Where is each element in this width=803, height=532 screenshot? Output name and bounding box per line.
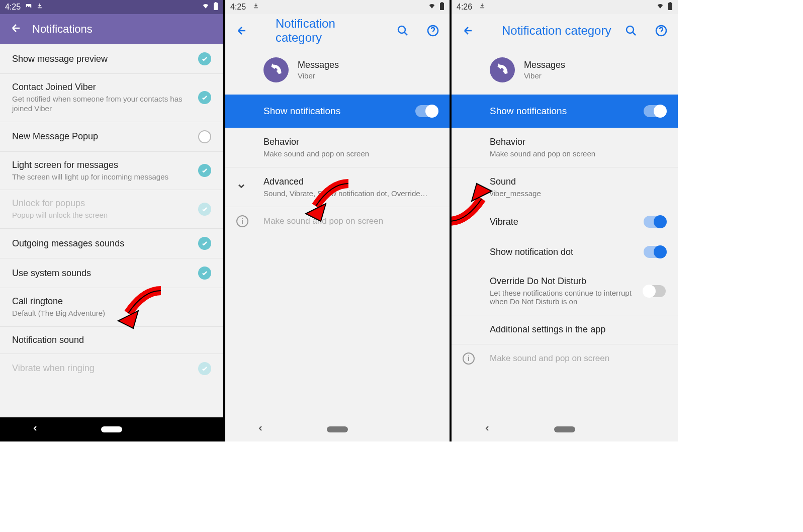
row-title: Notification sound (12, 335, 211, 345)
back-icon[interactable] (10, 22, 22, 36)
row-title: Contact Joined Viber (12, 82, 192, 93)
row-title: Override Do Not Disturb (490, 276, 644, 287)
nav-home-icon[interactable] (327, 426, 348, 432)
row-notification-sound[interactable]: Notification sound (0, 327, 223, 354)
row-show-dot[interactable]: Show notification dot (452, 237, 678, 267)
toggle-switch[interactable] (644, 285, 666, 297)
row-use-system-sounds[interactable]: Use system sounds (0, 258, 223, 288)
row-advanced[interactable]: Advanced Sound, Vibrate, Show notificati… (225, 167, 450, 207)
row-title: Use system sounds (12, 268, 192, 279)
page-title: Notifications (32, 23, 93, 36)
app-info-header[interactable]: Messages Viber (452, 47, 678, 95)
search-icon[interactable] (620, 20, 642, 41)
row-title: New Message Popup (12, 131, 192, 142)
checkmark-icon[interactable] (198, 237, 211, 250)
nav-bar (452, 417, 678, 441)
row-contact-joined[interactable]: Contact Joined Viber Get notified when s… (0, 74, 223, 122)
nav-back-icon[interactable] (483, 424, 491, 434)
status-time: 4:25 (5, 3, 21, 12)
toggle-switch[interactable] (415, 105, 437, 117)
help-icon[interactable] (651, 20, 672, 41)
back-icon[interactable] (458, 20, 479, 41)
svg-point-6 (398, 26, 405, 33)
help-icon[interactable] (422, 20, 443, 41)
row-call-ringtone[interactable]: Call ringtone Default (The Big Adventure… (0, 288, 223, 327)
row-sound[interactable]: Sound viber_message (452, 167, 678, 207)
toggle-switch[interactable] (644, 246, 666, 258)
app-name: Messages (298, 60, 339, 70)
app-vendor: Viber (298, 71, 339, 80)
panel-notification-category-expanded: 4:26 Notification category Messages Vib (452, 0, 678, 441)
row-title: Behavior (263, 137, 437, 147)
row-subtitle: viber_message (490, 189, 666, 198)
row-title: Light screen for messages (12, 160, 192, 170)
row-behavior[interactable]: Behavior Make sound and pop on screen (225, 128, 450, 167)
app-name: Messages (524, 60, 565, 70)
row-title: Call ringtone (12, 296, 211, 307)
row-subtitle: The screen will light up for incoming me… (12, 172, 192, 182)
svg-rect-5 (441, 2, 442, 3)
status-time: 4:26 (457, 3, 472, 12)
back-icon[interactable] (231, 20, 252, 41)
status-bar: 4:25 (0, 0, 223, 14)
checkmark-icon (198, 362, 211, 375)
toggle-switch[interactable] (644, 216, 666, 228)
row-behavior[interactable]: Behavior Make sound and pop on screen (452, 128, 678, 167)
viber-icon (263, 57, 289, 82)
app-info-header[interactable]: Messages Viber (225, 47, 450, 95)
battery-icon (213, 2, 218, 12)
wifi-icon (201, 3, 210, 12)
status-bar: 4:26 (452, 0, 678, 14)
row-subtitle: Default (The Big Adventure) (12, 309, 211, 318)
svg-rect-1 (214, 3, 218, 10)
panel-viber-notifications: 4:25 Notifications (0, 0, 225, 441)
checkmark-icon[interactable] (198, 91, 211, 104)
row-label: Show notifications (263, 106, 340, 117)
nav-back-icon[interactable] (31, 424, 39, 434)
row-show-message-preview[interactable]: Show message preview (0, 44, 223, 74)
row-new-message-popup[interactable]: New Message Popup (0, 122, 223, 152)
row-override-dnd[interactable]: Override Do Not Disturb Let these notifi… (452, 267, 678, 315)
battery-icon (668, 2, 673, 12)
row-light-screen[interactable]: Light screen for messages The screen wil… (0, 152, 223, 191)
status-bar: 4:25 (225, 0, 450, 14)
hint-text: Make sound and pop on screen (263, 216, 383, 226)
app-bar: Notifications (0, 14, 223, 44)
row-vibrate-when-ringing: Vibrate when ringing (0, 354, 223, 383)
checkmark-icon[interactable] (198, 130, 211, 143)
viber-icon (490, 57, 515, 82)
toggle-switch[interactable] (644, 105, 666, 117)
nav-home-icon[interactable] (101, 426, 122, 432)
nav-bar (225, 417, 450, 441)
info-icon: i (236, 215, 248, 227)
row-title: Show message preview (12, 54, 192, 64)
checkmark-icon[interactable] (198, 267, 211, 280)
svg-rect-4 (440, 3, 444, 10)
row-unlock-popups: Unlock for popups Popup will unlock the … (0, 190, 223, 229)
page-title: Notification category (502, 24, 611, 38)
download-icon (479, 3, 485, 12)
row-title: Additional settings in the app (490, 324, 666, 335)
row-vibrate[interactable]: Vibrate (452, 207, 678, 237)
checkmark-icon[interactable] (198, 52, 211, 65)
row-additional-settings[interactable]: Additional settings in the app (452, 315, 678, 344)
wifi-icon (656, 3, 665, 12)
svg-point-11 (627, 26, 634, 33)
checkmark-icon[interactable] (198, 164, 211, 177)
search-icon[interactable] (392, 20, 413, 41)
row-title: Outgoing messages sounds (12, 238, 192, 249)
hint-text: Make sound and pop on screen (490, 353, 609, 363)
nav-home-icon[interactable] (554, 426, 575, 432)
row-title: Behavior (490, 137, 666, 147)
app-bar: Notification category (225, 14, 450, 47)
row-subtitle: Sound, Vibrate, Show notification dot, O… (263, 189, 434, 198)
row-hint: i Make sound and pop on screen (225, 207, 450, 235)
nav-back-icon[interactable] (256, 424, 264, 434)
row-outgoing-sounds[interactable]: Outgoing messages sounds (0, 229, 223, 258)
row-show-notifications[interactable]: Show notifications (225, 95, 450, 128)
status-time: 4:25 (230, 3, 246, 12)
row-subtitle: Let these notifications continue to inte… (490, 289, 644, 306)
row-show-notifications[interactable]: Show notifications (452, 95, 678, 128)
svg-rect-10 (669, 2, 671, 3)
row-subtitle: Popup will unlock the screen (12, 211, 192, 220)
